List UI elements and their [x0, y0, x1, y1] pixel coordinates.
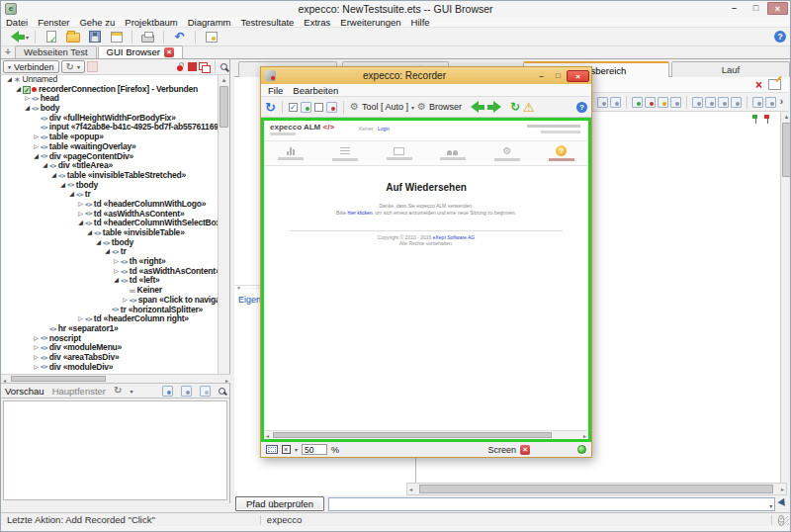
reload-page-icon[interactable]: ↻	[510, 101, 520, 113]
select-window-icon[interactable]	[181, 386, 192, 397]
scrollbar-thumb[interactable]	[11, 376, 106, 382]
unlink-nodes-icon[interactable]	[765, 97, 776, 108]
close-screen-icon[interactable]: ×	[520, 445, 530, 455]
dock-icon[interactable]	[162, 386, 173, 397]
scrollbar-thumb[interactable]	[273, 432, 552, 438]
resize-grip[interactable]	[780, 516, 789, 525]
fit-window-icon[interactable]	[266, 445, 278, 454]
menu-gehe-zu[interactable]: Gehe zu	[74, 17, 120, 27]
menu-file[interactable]: File	[263, 84, 288, 96]
page-tab[interactable]	[372, 141, 426, 165]
tree-item[interactable]: ◢<>tbody	[1, 181, 218, 191]
editor-vertical-scrollbar[interactable]: ▲	[780, 112, 791, 483]
stop-icon[interactable]	[188, 62, 197, 71]
expanded-arrow-icon[interactable]: ◢	[32, 152, 41, 162]
refresh-preview-icon[interactable]: ↻	[114, 386, 122, 396]
tree-item[interactable]: <>input «7f42ab8e-b41c-4925-bd7f-ab55761…	[1, 123, 218, 133]
open-button[interactable]	[63, 29, 82, 45]
close-editor-icon[interactable]: ×	[755, 79, 762, 91]
sync-icon[interactable]: ↻	[265, 101, 276, 114]
breakpoint-red-icon[interactable]	[764, 115, 771, 124]
scrollbar-thumb[interactable]	[220, 86, 228, 128]
expanded-arrow-icon[interactable]: ◢	[14, 85, 23, 95]
new-window-button[interactable]	[107, 29, 126, 45]
add-tab-button[interactable]: +	[1, 45, 15, 58]
back-button[interactable]: ▾	[5, 29, 29, 45]
tree-horizontal-scrollbar[interactable]: ◂ ▸	[1, 374, 230, 383]
tree-item[interactable]: ◢✓recorderConnection [Firefox] - Verbund…	[1, 85, 218, 95]
expanded-arrow-icon[interactable]: ◢	[76, 219, 85, 228]
tree-item[interactable]: ▷<>td «asWidthAsContent»	[1, 267, 218, 277]
collapsed-arrow-icon[interactable]: ▷	[23, 94, 32, 104]
breakpoint-green-icon[interactable]	[752, 115, 759, 124]
pick-element-icon[interactable]	[220, 63, 227, 70]
expanded-arrow-icon[interactable]: ◢	[41, 161, 49, 171]
expanded-arrow-icon[interactable]: ◢	[94, 238, 103, 248]
expanded-arrow-icon[interactable]: ◢	[49, 171, 58, 181]
tree-item[interactable]: ◢<>table «invisibleTableStretched»	[1, 171, 218, 181]
element-picker-icon[interactable]	[779, 499, 789, 509]
scrollbar-thumb[interactable]	[419, 485, 773, 493]
menu-erweiterungen[interactable]: Erweiterungen	[335, 17, 405, 27]
page-tab[interactable]: ?	[534, 141, 588, 165]
collapsed-arrow-icon[interactable]: ▷	[112, 267, 121, 277]
expanded-arrow-icon[interactable]: ◢	[58, 181, 67, 191]
collapsed-arrow-icon[interactable]: ▷	[32, 343, 41, 353]
expanded-arrow-icon[interactable]: ◢	[103, 247, 112, 257]
tree-item[interactable]: <>hr «separator1»	[1, 324, 218, 334]
accept-document-button[interactable]	[42, 29, 60, 45]
close-button[interactable]: ×	[767, 2, 788, 15]
collapsed-arrow-icon[interactable]: ▷	[32, 363, 41, 373]
tab-hauptfenster[interactable]: Hauptfenster	[52, 386, 106, 397]
warn-step-icon[interactable]	[658, 97, 668, 108]
zoom-mode-icon[interactable]	[282, 445, 291, 454]
pin-icon[interactable]	[200, 386, 211, 397]
record-actions-checkbox[interactable]: ✓	[289, 103, 298, 112]
record-windows-icon[interactable]	[199, 62, 210, 72]
expanded-arrow-icon[interactable]: ◢	[112, 276, 121, 286]
open-node-icon[interactable]	[597, 97, 608, 108]
close-node-icon[interactable]	[610, 97, 621, 108]
tool-selector[interactable]: Tool [ Auto ]	[362, 102, 408, 112]
path-input[interactable]: ▾	[328, 497, 775, 511]
browser-selector[interactable]: Browser	[429, 102, 462, 112]
page-horizontal-scrollbar[interactable]: ◂ ▸	[264, 430, 588, 439]
save-button[interactable]	[85, 29, 104, 45]
redo-icon[interactable]	[731, 97, 742, 108]
delete-step-icon[interactable]	[645, 97, 656, 108]
menu-diagramm[interactable]: Diagramm	[183, 17, 236, 27]
print-button[interactable]	[138, 29, 157, 45]
close-tab-icon[interactable]: ×	[164, 47, 174, 57]
search-preview-icon[interactable]	[219, 388, 225, 395]
undo-button[interactable]: ↶	[170, 29, 189, 45]
tree-item[interactable]: ◢<>table «invisibleTable»	[1, 228, 218, 238]
zoom-input[interactable]	[302, 444, 327, 455]
tab-webseiten-test[interactable]: Webseiten Test	[15, 45, 97, 58]
move-right-step-icon[interactable]	[705, 97, 716, 108]
tree-item[interactable]: ◢<>tr	[1, 247, 218, 257]
collapsed-arrow-icon[interactable]: ▷	[32, 334, 41, 344]
expanded-arrow-icon[interactable]: ◢	[23, 104, 32, 114]
recorder-maximize-button[interactable]: □	[550, 70, 567, 82]
page-tab[interactable]: ⚙	[481, 141, 535, 165]
recorder-minimize-button[interactable]: –	[533, 70, 550, 82]
inspect-window-button[interactable]	[202, 29, 220, 45]
connect-button[interactable]: ▾Verbinden	[3, 60, 59, 73]
collapsed-arrow-icon[interactable]: ▷	[32, 353, 41, 363]
tab-vorschau[interactable]: Vorschau	[5, 386, 44, 397]
refresh-button[interactable]: ↻▾	[61, 60, 85, 73]
tree-item[interactable]: ▷<>head	[1, 94, 218, 104]
tree-item[interactable]: ▷<>div «moduleDiv»	[1, 363, 218, 373]
sum-icon[interactable]	[718, 97, 729, 108]
accept-step-icon[interactable]	[632, 97, 643, 108]
help-button[interactable]: ?	[774, 31, 786, 43]
tab-gui-browser[interactable]: GUI Browser×	[98, 45, 183, 58]
menu-datei[interactable]: Datei	[1, 17, 33, 27]
page-tab[interactable]	[264, 141, 318, 165]
navigate-forward-button[interactable]	[487, 101, 507, 113]
tree-vertical-scrollbar[interactable]: ▲	[218, 75, 229, 374]
menu-testresultate[interactable]: Testresultate	[235, 17, 299, 27]
path-dropdown-icon[interactable]: ▾	[769, 502, 772, 509]
menu-projektbaum[interactable]: Projektbaum	[120, 17, 182, 27]
tree-item[interactable]: ◢<>td «left»	[1, 276, 218, 286]
